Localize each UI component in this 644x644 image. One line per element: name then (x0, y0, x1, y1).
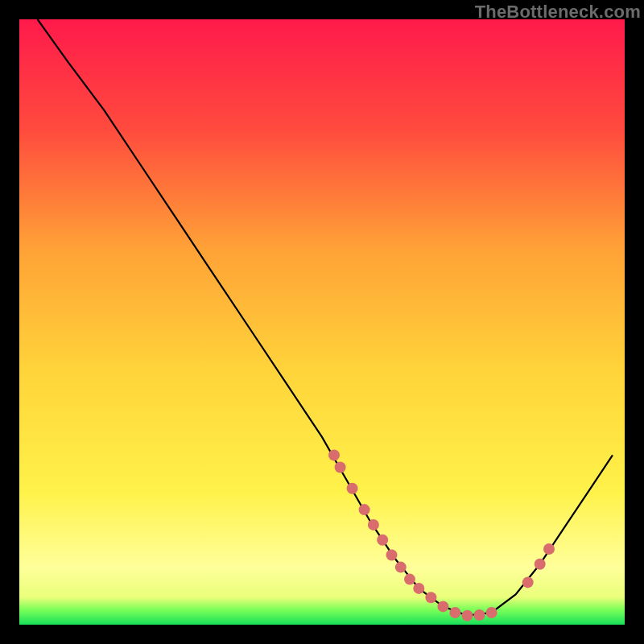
curve-marker (347, 483, 358, 494)
curve-marker (413, 583, 424, 594)
curve-marker (377, 535, 388, 546)
curve-marker (535, 559, 546, 570)
curve-marker (335, 462, 346, 473)
curve-marker (462, 610, 473, 621)
watermark-text: TheBottleneck.com (475, 2, 641, 23)
curve-marker (449, 607, 460, 618)
curve-marker (437, 601, 448, 612)
curve-marker (395, 562, 407, 573)
curve-marker (386, 550, 398, 561)
curve-marker (543, 543, 555, 555)
curve-marker (328, 449, 340, 460)
curve-marker (425, 592, 436, 603)
bottleneck-curve-chart (19, 19, 625, 625)
curve-marker (368, 519, 379, 530)
curve-marker (404, 574, 415, 585)
plot-background (19, 19, 625, 625)
curve-marker (486, 607, 497, 618)
curve-marker (522, 576, 534, 588)
curve-marker (359, 504, 370, 515)
curve-marker (474, 609, 485, 621)
chart-frame (19, 19, 625, 625)
